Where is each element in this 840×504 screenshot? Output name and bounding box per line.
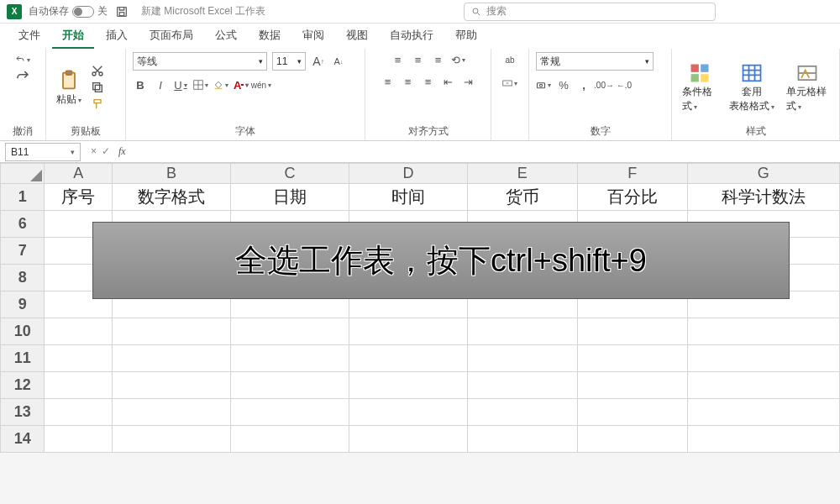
redo-button[interactable] xyxy=(15,69,30,84)
cell[interactable] xyxy=(349,345,467,372)
select-all-corner[interactable] xyxy=(1,164,45,184)
row-header[interactable]: 9 xyxy=(1,291,45,318)
cell[interactable] xyxy=(45,372,113,399)
col-header-F[interactable]: F xyxy=(577,164,687,184)
fill-color-icon[interactable] xyxy=(213,77,228,92)
decrease-font-icon[interactable]: A↓ xyxy=(331,54,346,69)
cell[interactable] xyxy=(577,426,687,453)
copy-icon[interactable] xyxy=(90,80,105,95)
save-icon[interactable] xyxy=(114,4,129,19)
cell[interactable] xyxy=(687,399,839,426)
cell[interactable] xyxy=(112,318,230,345)
font-size-select[interactable]: 11▾ xyxy=(272,52,306,71)
format-painter-icon[interactable] xyxy=(90,97,105,112)
tab-file[interactable]: 文件 xyxy=(8,24,50,49)
tab-data[interactable]: 数据 xyxy=(249,24,291,49)
align-center-icon[interactable]: ≡ xyxy=(401,74,416,89)
cell[interactable]: 时间 xyxy=(349,184,467,211)
cell[interactable]: 货币 xyxy=(467,184,577,211)
cell[interactable] xyxy=(45,318,113,345)
merge-cells-icon[interactable] xyxy=(502,76,517,91)
col-header-C[interactable]: C xyxy=(230,164,349,184)
cell[interactable] xyxy=(467,399,577,426)
cell[interactable] xyxy=(467,345,577,372)
autosave-toggle[interactable]: 自动保存 关 xyxy=(29,4,108,18)
cell[interactable] xyxy=(577,345,687,372)
cell[interactable] xyxy=(45,399,113,426)
cell[interactable] xyxy=(230,345,349,372)
increase-font-icon[interactable]: A↑ xyxy=(311,54,326,69)
confirm-formula-icon[interactable]: ✓ xyxy=(102,145,110,158)
tab-insert[interactable]: 插入 xyxy=(96,24,138,49)
font-color-icon[interactable]: A xyxy=(234,77,249,92)
tab-automate[interactable]: 自动执行 xyxy=(380,24,444,49)
tab-home[interactable]: 开始 xyxy=(52,24,94,49)
orientation-icon[interactable]: ⟲ xyxy=(451,52,466,67)
cell[interactable] xyxy=(349,399,467,426)
conditional-format-button[interactable]: 条件格式 xyxy=(679,60,721,115)
spreadsheet-grid[interactable]: A B C D E F G 1 序号 数字格式 日期 时间 货币 百分比 科学计… xyxy=(0,163,840,453)
row-header[interactable]: 11 xyxy=(1,345,45,372)
tab-review[interactable]: 审阅 xyxy=(292,24,334,49)
phonetic-icon[interactable]: wén xyxy=(254,77,269,92)
format-as-table-button[interactable]: 套用 表格格式 xyxy=(726,60,778,115)
cell[interactable] xyxy=(577,399,687,426)
row-header[interactable]: 1 xyxy=(1,184,45,211)
row-header[interactable]: 10 xyxy=(1,318,45,345)
cell[interactable] xyxy=(687,318,839,345)
italic-button[interactable]: I xyxy=(153,77,168,92)
cell[interactable] xyxy=(687,426,839,453)
cell[interactable] xyxy=(112,372,230,399)
col-header-G[interactable]: G xyxy=(687,164,839,184)
cell[interactable] xyxy=(112,399,230,426)
cell[interactable] xyxy=(467,426,577,453)
align-top-icon[interactable]: ≡ xyxy=(391,52,406,67)
bold-button[interactable]: B xyxy=(133,77,148,92)
number-format-select[interactable]: 常规▾ xyxy=(536,52,654,71)
cell[interactable] xyxy=(230,426,349,453)
search-input[interactable]: 搜索 xyxy=(464,3,716,21)
paste-button[interactable]: 粘贴 xyxy=(53,67,85,108)
cell[interactable]: 序号 xyxy=(45,184,113,211)
cell[interactable] xyxy=(45,426,113,453)
tab-formulas[interactable]: 公式 xyxy=(205,24,247,49)
row-header[interactable]: 7 xyxy=(1,238,45,265)
formula-input[interactable] xyxy=(131,143,840,161)
row-header[interactable]: 14 xyxy=(1,426,45,453)
cell[interactable]: 百分比 xyxy=(577,184,687,211)
cell[interactable] xyxy=(467,318,577,345)
tab-view[interactable]: 视图 xyxy=(336,24,378,49)
align-left-icon[interactable]: ≡ xyxy=(381,74,396,89)
cell[interactable] xyxy=(112,426,230,453)
cell[interactable] xyxy=(577,318,687,345)
cell[interactable] xyxy=(349,426,467,453)
cell[interactable] xyxy=(349,318,467,345)
increase-decimal-icon[interactable]: .00→ xyxy=(596,77,612,92)
cell[interactable] xyxy=(112,345,230,372)
align-bottom-icon[interactable]: ≡ xyxy=(431,52,446,67)
toggle-off-icon[interactable] xyxy=(72,6,94,18)
col-header-B[interactable]: B xyxy=(112,164,230,184)
cell-styles-button[interactable]: 单元格样式 xyxy=(783,60,832,115)
cell[interactable] xyxy=(687,372,839,399)
cell[interactable] xyxy=(230,399,349,426)
undo-button[interactable] xyxy=(15,52,30,67)
cell[interactable] xyxy=(45,345,113,372)
cell[interactable] xyxy=(349,372,467,399)
cell[interactable] xyxy=(577,372,687,399)
comma-icon[interactable]: , xyxy=(576,77,591,92)
underline-button[interactable]: U xyxy=(173,77,188,92)
row-header[interactable]: 8 xyxy=(1,265,45,291)
decrease-decimal-icon[interactable]: ←.0 xyxy=(617,77,632,92)
cancel-formula-icon[interactable]: × xyxy=(91,145,97,158)
font-name-select[interactable]: 等线▾ xyxy=(133,52,267,71)
tab-help[interactable]: 帮助 xyxy=(445,24,487,49)
col-header-E[interactable]: E xyxy=(467,164,577,184)
cell[interactable]: 日期 xyxy=(230,184,349,211)
name-box[interactable]: B11▾ xyxy=(5,143,81,161)
col-header-A[interactable]: A xyxy=(45,164,113,184)
cell[interactable]: 数字格式 xyxy=(112,184,230,211)
align-middle-icon[interactable]: ≡ xyxy=(411,52,426,67)
cell[interactable] xyxy=(687,345,839,372)
col-header-D[interactable]: D xyxy=(349,164,467,184)
